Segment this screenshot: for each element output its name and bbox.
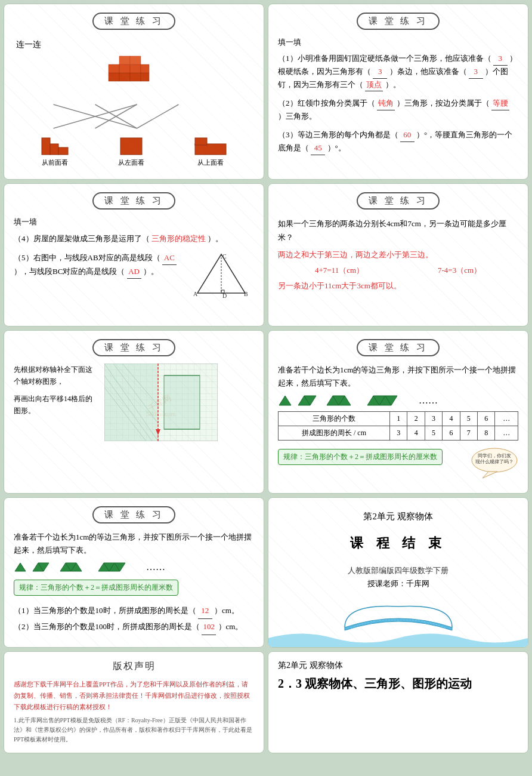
wave-deco [268,629,528,647]
answer-2-2: 等腰 [491,97,509,110]
title-badge-5: 课 堂 练 习 [92,339,175,356]
fill1-item2: （2）红领巾按角分类属于（ 钝角 ）三角形，按边分类属于（ 等腰 ）三角形。 [278,97,518,123]
ellipsis: …… [419,395,438,406]
svg-rect-7 [130,56,141,64]
svg-text:A: A [193,291,198,297]
card-fill2: 课 堂 练 习 填一墙 （4）房屋的屋架做成三角形是运用了（ 三角形的稳定性 ）… [4,183,264,327]
top-view-shape [194,137,227,156]
view-left-label: 从左面看 [118,158,144,167]
tri4 [366,395,414,407]
tri1 [278,395,292,407]
fill2-item1: （4）房屋的屋架做成三角形是运用了（ 三角形的稳定性 ）。 [14,232,254,245]
card7-rule: 规律：三角形的个数＋2＝拼成图形周长的厘米数 [14,580,178,596]
svg-text:588ku.com: 588ku.com [146,410,176,417]
card7-shapes: …… [14,562,254,572]
svg-rect-5 [130,64,141,73]
final-card: 第2单元 观察物体 2．3 观察物体、三角形、图形的运动 [268,651,528,753]
g-tri3 [59,562,92,572]
card7-q2: （2）当三角形的个数是100时，所拼成图形的周长是（ 102 ）cm。 [14,619,254,635]
final-unit: 第2单元 观察物体 [278,660,518,671]
copyright-text: 感谢您下载千库网平台上覆盖PPT作品，为了您和千库网以及原创作者的利益，请勿复制… [14,679,254,712]
card-symmetry: 课 堂 练 习 先根据对称轴补全下面这个轴对称图形， 再画出向右平移14格后的图… [4,330,264,494]
svg-text:C: C [222,253,227,260]
grid-paper: 千库网 588ku.com [104,364,218,441]
view-front: 从前面看 [41,137,69,167]
answer-1-1: 3 [493,53,508,66]
card6-prepare: 准备若干个边长为1cm的等边三角形，并按下图所示一个接一个地拼摆起来，然后填写下… [278,364,518,390]
answer-1-3: 3 [469,66,483,79]
calc1: 4+7=11（cm） [315,265,364,276]
svg-rect-2 [130,73,141,81]
svg-marker-57 [15,563,26,571]
copyright-sub: 1.此千库网出售的PPT模板是免版税类（RF：Royalty-Free）正版受《… [14,716,254,744]
card6-shapes: …… [278,395,518,407]
book-illustration [339,598,458,633]
card-triangle-calc: 课 堂 练 习 准备若干个边长为1cm的等边三角形，并按下图所示一个接一个地拼摆… [4,497,264,648]
svg-rect-15 [42,138,50,155]
calc2: 7-4=3（cm） [438,265,481,276]
tri2 [297,395,321,407]
answer-3-1: 60 [400,129,415,142]
card6-rule: 规律：三角形的个数＋2＝拼成图形周长的厘米数 [278,449,443,465]
card5-title: 课 堂 练 习 [14,339,254,356]
svg-rect-17 [58,147,68,155]
title-badge-1: 课 堂 练 习 [92,13,175,30]
card7-calcs: （1）当三角形的个数是10时，所拼成图形的周长是（ 12 ）cm。 （2）当三角… [14,603,254,635]
copyright-card: 版权声明 感谢您下载千库网平台上覆盖PPT作品，为了您和千库网以及原创作者的利益… [4,651,264,753]
svg-rect-4 [119,64,130,73]
svg-rect-18 [120,138,142,155]
answer-3-2: 45 [311,142,325,155]
card5-desc1: 先根据对称轴补全下面这个轴对称图形， [14,364,97,388]
card3-title: 课 堂 练 习 [14,192,254,210]
triangle-diagram: C A B D [191,251,254,299]
cross-lines-svg [16,98,252,134]
svg-text:现什么规律了吗？: 现什么规律了吗？ [475,459,514,464]
card-ending: 第2单元 观察物体 课 程 结 束 人教版部编版四年级数学下册 授课老师：千库网 [268,497,528,648]
left-view-shape [119,137,143,156]
speech-bubble: 同学们，你们发 现什么规律了吗？ [471,445,518,481]
fill1-item1: （1）小明准备用圆钉固定硬纸条做一个三角形，他应该准备（ 3 ）根硬纸条，因为三… [278,53,518,91]
card-connect: 课 堂 练 习 连一连 [4,4,264,180]
card4-problem: 如果一个三角形的两条边分别长4cm和7cm，另一条边可能是多少厘米？ [278,217,518,245]
card4-conclusion: 另一条边小于11cm大于3cm都可以。 [278,281,518,291]
title-badge-2: 课 堂 练 习 [357,13,440,30]
view-top-label: 从上面看 [194,158,227,167]
svg-rect-0 [109,73,119,81]
g-tri4 [97,562,141,572]
title-badge-4: 课 堂 练 习 [357,192,440,210]
svg-marker-54 [482,472,497,478]
svg-rect-1 [119,73,130,81]
answer-5-2: AD [127,265,141,279]
card4-calcs: 4+7=11（cm） 7-4=3（cm） [278,265,518,276]
card7-a1: 12 [198,603,212,619]
svg-rect-3 [109,64,119,73]
card7-prepare: 准备若干个边长为1cm的等边三角形，并按下图所示一个接一个地拼摆起来，然后填写下… [14,531,254,557]
ending-teacher: 授课老师：千库网 [367,578,429,589]
ending-title: 课 程 结 束 [350,534,446,552]
front-view-shape [41,137,69,156]
answer-2-1: 钝角 [377,97,395,110]
svg-rect-19 [195,144,226,155]
view-front-label: 从前面看 [41,158,69,167]
fill2-item2: C A B D （5）右图中，与线段AB对应的高是线段（ AC ），与线段BC对… [14,251,254,279]
card7-q1: （1）当三角形的个数是10时，所拼成图形的周长是（ 12 ）cm。 [14,603,254,619]
svg-rect-9 [141,64,149,73]
svg-line-14 [137,104,179,128]
fill1-item3: （3）等边三角形的每个内角都是（ 60 ）°，等腰直角三角形的一个底角是（ 45… [278,129,518,155]
view-left: 从左面看 [118,137,144,167]
ending-unit: 第2单元 观察物体 [363,511,432,522]
copyright-title: 版权声明 [14,660,254,673]
g-tri1 [14,562,27,572]
card1-title: 课 堂 练 习 [14,13,254,30]
svg-rect-16 [50,144,58,155]
ending-textbook: 人教版部编版四年级数学下册 [348,565,449,576]
answer-1-2: 3 [373,66,387,79]
svg-rect-20 [195,138,207,145]
svg-marker-43 [279,396,291,405]
tri3 [326,395,361,407]
fill2-section: 填一墙 [14,217,254,227]
card-sides: 课 堂 练 习 如果一个三角形的两条边分别长4cm和7cm，另一条边可能是多少厘… [268,183,528,327]
svg-rect-6 [119,56,130,64]
ending-content: 第2单元 观察物体 课 程 结 束 人教版部编版四年级数学下册 授课老师：千库网 [278,506,518,638]
final-title: 2．3 观察物体、三角形、图形的运动 [278,675,518,692]
